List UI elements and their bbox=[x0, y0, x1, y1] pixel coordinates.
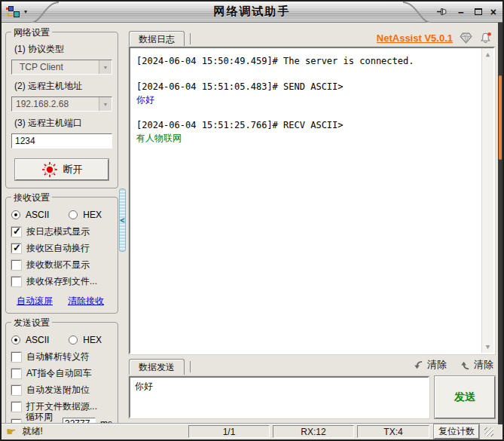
send-settings-group: 发送设置 ASCII HEX 自动解析转义符 AT指令自动回车 bbox=[5, 322, 118, 423]
frame-scroll-thumb[interactable] bbox=[499, 75, 502, 160]
send-button[interactable]: 发送 bbox=[435, 376, 495, 418]
netassist-version-link[interactable]: NetAssist V5.0.1 bbox=[377, 32, 453, 44]
tab-divider bbox=[190, 33, 191, 44]
cycle-period-input[interactable] bbox=[63, 418, 96, 424]
tab-data-log[interactable]: 数据日志 bbox=[129, 31, 185, 47]
checkbox-label: 自动解析转义符 bbox=[26, 351, 90, 363]
recv-option-row[interactable]: 接收区自动换行 bbox=[11, 240, 112, 256]
cycle-period-checkbox[interactable] bbox=[11, 419, 21, 424]
collapse-sidebar-handle[interactable]: < bbox=[119, 188, 126, 252]
parse-escape-checkbox[interactable] bbox=[11, 352, 21, 362]
send-option-row[interactable]: AT指令自动回车 bbox=[11, 365, 112, 381]
connection-status-icon bbox=[41, 161, 58, 178]
remote-host-value: 192.168.2.68 bbox=[12, 99, 69, 109]
protocol-type-select[interactable]: TCP Client ▼ bbox=[11, 60, 112, 75]
reset-count-button[interactable]: 复位计数 bbox=[434, 424, 479, 439]
rx-counter: RX:12 bbox=[273, 425, 354, 438]
chevron-down-icon[interactable]: ▼ bbox=[99, 60, 111, 74]
log-line bbox=[136, 106, 474, 119]
resize-grip[interactable] bbox=[484, 427, 493, 436]
tab-label: 数据日志 bbox=[139, 33, 175, 46]
clear-label: 清除 bbox=[474, 358, 493, 372]
auto-append-checkbox[interactable] bbox=[11, 385, 21, 395]
send-ascii-radio[interactable] bbox=[11, 335, 20, 345]
send-option-row[interactable]: 自动发送附加位 bbox=[11, 381, 112, 398]
scroll-up-icon[interactable]: ▲ bbox=[486, 51, 490, 58]
recv-option-row[interactable]: 按日志模式显示 bbox=[11, 223, 112, 240]
scroll-down-icon[interactable]: ▼ bbox=[486, 343, 490, 351]
checkbox-label: 按日志模式显示 bbox=[26, 225, 90, 238]
cycle-period-row[interactable]: 循环周期 ms bbox=[11, 415, 112, 423]
collapse-arrow-icon: < bbox=[120, 216, 124, 225]
save-to-file-checkbox[interactable] bbox=[11, 277, 21, 286]
page-indicator: 1/1 bbox=[188, 425, 270, 438]
recv-hex-radio[interactable] bbox=[69, 210, 78, 219]
app-network-icon[interactable] bbox=[8, 6, 20, 17]
remote-host-label: (2) 远程主机地址 bbox=[14, 80, 112, 93]
recv-ascii-label: ASCII bbox=[26, 210, 49, 220]
network-settings-group: 网络设置 (1) 协议类型 TCP Client ▼ (2) 远程主机地址 19… bbox=[5, 32, 118, 188]
window-title: 网络调试助手 bbox=[2, 5, 502, 19]
remote-port-input[interactable] bbox=[11, 133, 112, 149]
system-menu-caret-icon[interactable]: ▾ bbox=[24, 8, 27, 15]
close-button[interactable]: × bbox=[490, 7, 496, 17]
clear-send-button[interactable]: 清除 bbox=[459, 358, 493, 372]
remote-host-select[interactable]: 192.168.2.68 ▼ bbox=[11, 96, 112, 112]
send-option-row[interactable]: 自动解析转义符 bbox=[11, 348, 112, 365]
group-title: 网络设置 bbox=[11, 26, 52, 39]
log-scrollbar[interactable]: ▲ ▼ bbox=[481, 48, 493, 353]
auto-wrap-checkbox[interactable] bbox=[11, 243, 21, 253]
group-title: 发送设置 bbox=[11, 317, 52, 329]
auto-scroll-link[interactable]: 自动滚屏 bbox=[17, 295, 53, 308]
log-line: 你好 bbox=[136, 93, 474, 106]
log-line: 有人物联网 bbox=[136, 132, 474, 145]
maximize-button[interactable] bbox=[475, 8, 482, 15]
recv-option-row[interactable]: 接收保存到文件... bbox=[11, 273, 112, 289]
clear-label: 清除 bbox=[427, 358, 447, 372]
tab-label: 数据发送 bbox=[139, 361, 175, 374]
log-line bbox=[136, 68, 474, 81]
hide-recv-data-checkbox[interactable] bbox=[11, 260, 21, 270]
send-hex-radio[interactable] bbox=[69, 335, 78, 345]
send-ascii-label: ASCII bbox=[26, 335, 49, 345]
pointing-hand-icon: ☛ bbox=[6, 427, 16, 437]
checkbox-label: 接收区自动换行 bbox=[26, 242, 90, 255]
data-log-area[interactable]: [2024-06-04 15:50:49.459]# The server is… bbox=[129, 47, 495, 354]
log-mode-checkbox[interactable] bbox=[11, 227, 21, 237]
send-data-input[interactable]: 你好 bbox=[129, 376, 429, 418]
at-auto-cr-checkbox[interactable] bbox=[11, 369, 21, 378]
group-title: 接收设置 bbox=[11, 191, 52, 204]
tab-data-send[interactable]: 数据发送 bbox=[129, 359, 185, 375]
pin-icon[interactable] bbox=[436, 7, 447, 17]
checkbox-label: 自动发送附加位 bbox=[26, 384, 90, 397]
chevron-down-icon[interactable]: ▼ bbox=[99, 97, 111, 111]
recv-ascii-radio[interactable] bbox=[11, 210, 20, 219]
tab-divider bbox=[190, 361, 191, 372]
disconnect-button[interactable]: 断开 bbox=[15, 159, 108, 180]
status-bar: ☛ 就绪! 1/1 RX:12 TX:4 复位计数 bbox=[2, 423, 502, 439]
clear-receive-link[interactable]: 清除接收 bbox=[68, 295, 104, 308]
disconnect-button-label: 断开 bbox=[63, 163, 83, 176]
clear-receive-button[interactable]: 清除 bbox=[412, 358, 447, 372]
recv-hex-label: HEX bbox=[83, 210, 102, 220]
receive-settings-group: 接收设置 ASCII HEX 按日志模式显示 接收区自动换行 bbox=[5, 197, 118, 314]
protocol-type-value: TCP Client bbox=[12, 62, 63, 72]
cycle-period-label: 循环周期 bbox=[26, 411, 58, 423]
recv-option-row[interactable]: 接收数据不显示 bbox=[11, 256, 112, 273]
settings-sidebar: 网络设置 (1) 协议类型 TCP Client ▼ (2) 远程主机地址 19… bbox=[5, 26, 118, 423]
checkbox-label: 接收数据不显示 bbox=[26, 259, 90, 271]
minimize-button[interactable]: － bbox=[456, 7, 466, 17]
panel-splitter[interactable]: < bbox=[118, 26, 127, 423]
notification-dot bbox=[487, 32, 491, 36]
log-line: [2024-06-04 15:51:05.483]# SEND ASCII> bbox=[136, 81, 474, 93]
arrow-curve-down-icon bbox=[412, 360, 423, 371]
checkbox-label: 接收保存到文件... bbox=[26, 275, 97, 288]
gem-icon[interactable] bbox=[460, 32, 472, 44]
notification-bell-icon[interactable] bbox=[479, 32, 492, 44]
arrow-curve-up-icon bbox=[459, 360, 470, 371]
send-hex-label: HEX bbox=[83, 335, 102, 345]
main-panel: 数据日志 NetAssist V5.0.1 bbox=[127, 26, 496, 423]
log-line: [2024-06-04 15:51:25.766]# RECV ASCII> bbox=[136, 119, 474, 132]
netassist-window: ▾ 网络调试助手 － × 网络设置 (1) 协议类型 TCP Client bbox=[0, 0, 504, 441]
file-data-source-checkbox[interactable] bbox=[11, 402, 21, 412]
